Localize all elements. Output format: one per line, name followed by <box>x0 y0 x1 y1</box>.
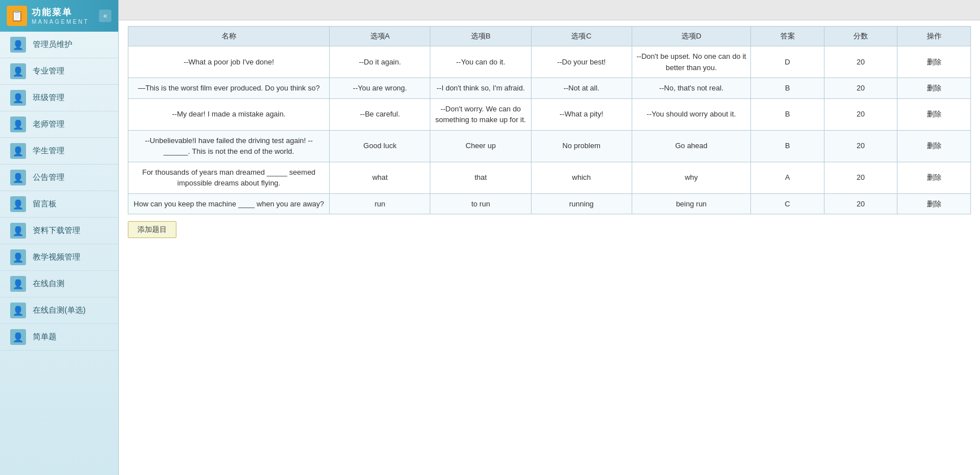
delete-button-0[interactable]: 删除 <box>927 58 942 66</box>
nav-label-quiz-multi-mgmt: 在线自测(单选) <box>33 305 85 316</box>
table-body: --What a poor job I've done!--Do it agai… <box>128 46 971 214</box>
sidebar-item-class-mgmt[interactable]: 👤 班级管理 <box>0 85 118 111</box>
delete-button-3[interactable]: 删除 <box>927 141 942 150</box>
cell-5-optD: being run <box>632 193 751 214</box>
nav-label-student-mgmt: 学生管理 <box>33 146 64 156</box>
nav-label-admin-mgmt: 管理员维护 <box>33 40 72 50</box>
sidebar-item-major-mgmt[interactable]: 👤 专业管理 <box>0 58 118 85</box>
nav-label-major-mgmt: 专业管理 <box>33 66 64 76</box>
sidebar-item-student-mgmt[interactable]: 👤 学生管理 <box>0 138 118 165</box>
cell-2-op[interactable]: 删除 <box>897 98 971 130</box>
nav-icon-notice-mgmt: 👤 <box>9 170 27 185</box>
col-header-1: 选项A <box>330 27 430 46</box>
cell-4-name: For thousands of years man dreamed _____… <box>128 162 330 193</box>
person-icon: 👤 <box>10 303 26 318</box>
cell-1-optB: --I don't think so, I'm afraid. <box>430 78 531 99</box>
cell-0-optB: --You can do it. <box>430 46 531 78</box>
table-row: --Unbelievable!I have failed the driving… <box>128 130 971 162</box>
cell-4-op[interactable]: 删除 <box>897 162 971 193</box>
cell-3-answer: B <box>751 130 824 162</box>
nav-label-simple-question: 简单题 <box>33 332 57 342</box>
nav-label-quiz-mgmt: 在线自测 <box>33 279 64 289</box>
col-header-7: 操作 <box>897 27 971 46</box>
cell-2-score: 20 <box>824 98 897 130</box>
nav-label-teacher-mgmt: 老师管理 <box>33 119 64 129</box>
sidebar-item-notice-mgmt[interactable]: 👤 公告管理 <box>0 165 118 191</box>
cell-1-optA: --You are wrong. <box>330 78 430 99</box>
cell-4-optB: that <box>430 162 531 193</box>
sidebar: 📋 功能菜单 MANAGEMENT « 👤 管理员维护 👤 专业管理 👤 班级管… <box>0 0 119 475</box>
col-header-6: 分数 <box>824 27 897 46</box>
col-header-5: 答案 <box>751 27 824 46</box>
sidebar-item-admin-mgmt[interactable]: 👤 管理员维护 <box>0 32 118 58</box>
cell-2-optA: --Be careful. <box>330 98 430 130</box>
cell-0-name: --What a poor job I've done! <box>128 46 330 78</box>
collapse-button[interactable]: « <box>99 10 111 22</box>
cell-5-score: 20 <box>824 193 897 214</box>
col-header-4: 选项D <box>632 27 751 46</box>
sidebar-item-simple-question[interactable]: 👤 简单题 <box>0 324 118 351</box>
cell-1-name: —This is the worst film ever produced. D… <box>128 78 330 99</box>
col-header-3: 选项C <box>531 27 632 46</box>
person-icon: 👤 <box>10 249 26 265</box>
cell-5-name: How can you keep the machine ____ when y… <box>128 193 330 214</box>
sidebar-item-video-mgmt[interactable]: 👤 教学视频管理 <box>0 244 118 271</box>
cell-5-op[interactable]: 删除 <box>897 193 971 214</box>
cell-2-optC: --What a pity! <box>531 98 632 130</box>
sidebar-item-quiz-multi-mgmt[interactable]: 👤 在线自测(单选) <box>0 297 118 324</box>
sidebar-item-teacher-mgmt[interactable]: 👤 老师管理 <box>0 111 118 138</box>
person-icon: 👤 <box>10 116 26 132</box>
delete-button-2[interactable]: 删除 <box>927 110 942 118</box>
sidebar-item-quiz-mgmt[interactable]: 👤 在线自测 <box>0 271 118 297</box>
cell-1-optD: --No, that's not real. <box>632 78 751 99</box>
person-icon: 👤 <box>10 223 26 239</box>
person-icon: 👤 <box>10 63 26 79</box>
cell-4-optA: what <box>330 162 430 193</box>
nav-icon-simple-question: 👤 <box>9 329 27 345</box>
cell-3-score: 20 <box>824 130 897 162</box>
person-icon: 👤 <box>10 143 26 159</box>
cell-5-answer: C <box>751 193 824 214</box>
table-header-row: 名称选项A选项B选项C选项D答案分数操作 <box>128 27 971 46</box>
nav-icon-resource-mgmt: 👤 <box>9 223 27 239</box>
table-row: For thousands of years man dreamed _____… <box>128 162 971 193</box>
title-block: 功能菜单 MANAGEMENT <box>32 7 89 25</box>
add-question-button[interactable]: 添加题目 <box>128 221 176 238</box>
sidebar-main-title: 功能菜单 <box>32 7 89 19</box>
cell-5-optA: run <box>330 193 430 214</box>
delete-button-4[interactable]: 删除 <box>927 173 942 182</box>
cell-3-name: --Unbelievable!I have failed the driving… <box>128 130 330 162</box>
delete-button-1[interactable]: 删除 <box>927 84 942 92</box>
cell-1-score: 20 <box>824 78 897 99</box>
nav-icon-quiz-multi-mgmt: 👤 <box>9 303 27 318</box>
sidebar-item-guestbook[interactable]: 👤 留言板 <box>0 191 118 218</box>
cell-3-op[interactable]: 删除 <box>897 130 971 162</box>
cell-4-optD: why <box>632 162 751 193</box>
person-icon: 👤 <box>10 37 26 53</box>
cell-1-answer: B <box>751 78 824 99</box>
cell-4-optC: which <box>531 162 632 193</box>
nav-label-guestbook: 留言板 <box>33 199 57 209</box>
sidebar-sub-title: MANAGEMENT <box>32 19 89 25</box>
cell-3-optD: Go ahead <box>632 130 751 162</box>
nav-icon-guestbook: 👤 <box>9 196 27 212</box>
sidebar-header: 📋 功能菜单 MANAGEMENT « <box>0 0 118 32</box>
nav-icon-student-mgmt: 👤 <box>9 143 27 159</box>
top-bar <box>119 0 980 20</box>
nav-icon-major-mgmt: 👤 <box>9 63 27 79</box>
content-area: 名称选项A选项B选项C选项D答案分数操作 --What a poor job I… <box>119 20 980 249</box>
sidebar-item-resource-mgmt[interactable]: 👤 资料下载管理 <box>0 218 118 244</box>
person-icon: 👤 <box>10 170 26 185</box>
table-row: How can you keep the machine ____ when y… <box>128 193 971 214</box>
table-row: --My dear! I made a mistake again.--Be c… <box>128 98 971 130</box>
cell-3-optA: Good luck <box>330 130 430 162</box>
cell-2-optB: --Don't worry. We can do something to ma… <box>430 98 531 130</box>
delete-button-5[interactable]: 删除 <box>927 200 942 208</box>
cell-5-optC: running <box>531 193 632 214</box>
cell-0-optC: --Do your best! <box>531 46 632 78</box>
cell-0-op[interactable]: 删除 <box>897 46 971 78</box>
cell-0-answer: D <box>751 46 824 78</box>
cell-1-op[interactable]: 删除 <box>897 78 971 99</box>
cell-0-optD: --Don't be upset. No one can do it bette… <box>632 46 751 78</box>
col-header-0: 名称 <box>128 27 330 46</box>
